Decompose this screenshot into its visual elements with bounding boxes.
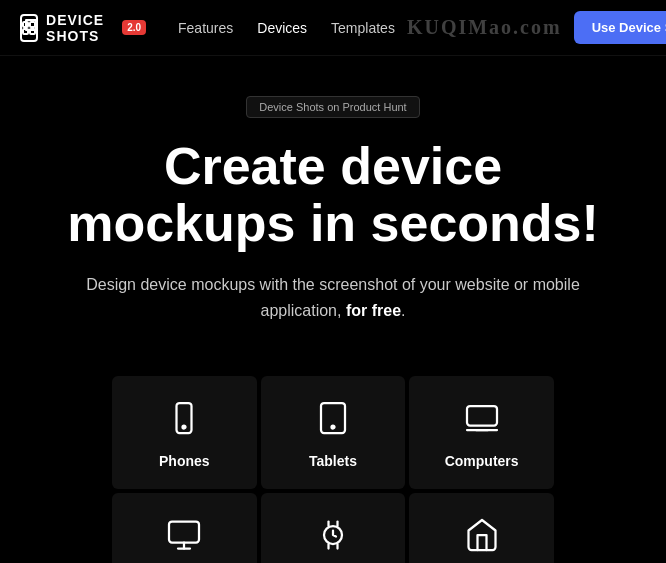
device-card-phones[interactable]: Phones [112, 376, 257, 489]
watermark-text: KUQIMao.com [407, 16, 562, 39]
svg-rect-2 [23, 29, 28, 34]
device-grid: Phones Tablets Computers [0, 376, 666, 563]
logo-icon [20, 14, 38, 42]
home-icon [464, 517, 500, 558]
nav-devices[interactable]: Devices [257, 20, 307, 36]
version-badge: 2.0 [122, 20, 146, 35]
svg-rect-8 [467, 406, 497, 426]
nav-features[interactable]: Features [178, 20, 233, 36]
hero-subtitle: Design device mockups with the screensho… [73, 272, 593, 323]
device-card-watches[interactable]: Watches [261, 493, 406, 563]
watch-icon [315, 517, 351, 558]
device-card-home[interactable]: Home [409, 493, 554, 563]
navbar-cta-button[interactable]: Use Device Shots [574, 11, 666, 44]
navbar: DEVICE SHOTS 2.0 Features Devices Templa… [0, 0, 666, 56]
device-card-computers[interactable]: Computers [409, 376, 554, 489]
laptop-icon [464, 400, 500, 441]
svg-rect-3 [30, 29, 35, 34]
device-card-displays[interactable]: Displays [112, 493, 257, 563]
device-card-tablets[interactable]: Tablets [261, 376, 406, 489]
computers-label: Computers [445, 453, 519, 469]
svg-rect-0 [23, 22, 28, 27]
svg-point-5 [183, 425, 186, 428]
svg-rect-1 [30, 22, 35, 27]
phones-label: Phones [159, 453, 210, 469]
logo-area[interactable]: DEVICE SHOTS 2.0 [20, 12, 146, 44]
logo-text: DEVICE SHOTS [46, 12, 114, 44]
tablet-icon [315, 400, 351, 441]
hero-title: Create device mockups in seconds! [20, 138, 646, 252]
svg-point-7 [331, 425, 334, 428]
hero-section: Device Shots on Product Hunt Create devi… [0, 56, 666, 376]
nav-links: Features Devices Templates [178, 20, 395, 36]
monitor-icon [166, 517, 202, 558]
tablets-label: Tablets [309, 453, 357, 469]
phone-icon [166, 400, 202, 441]
svg-rect-10 [169, 521, 199, 542]
product-hunt-badge[interactable]: Device Shots on Product Hunt [246, 96, 419, 118]
nav-templates[interactable]: Templates [331, 20, 395, 36]
